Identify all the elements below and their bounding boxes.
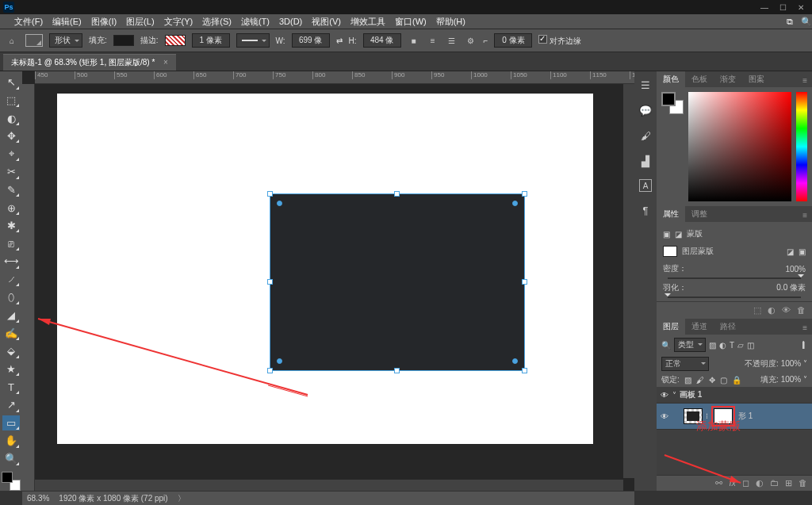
- fill-value[interactable]: 100%: [781, 375, 802, 384]
- tool-9[interactable]: ⎚: [2, 235, 20, 251]
- layer-artboard[interactable]: 👁 ˅ 画板 1: [657, 387, 812, 404]
- document-tab[interactable]: 未标题-1 @ 68.3% (矩形 1, 图层蒙版/8) * ×: [3, 54, 176, 71]
- invert-mask-icon[interactable]: ◐: [768, 305, 776, 316]
- corner-radius-handle[interactable]: [512, 358, 518, 364]
- path-ops-icon[interactable]: ■: [408, 34, 420, 47]
- shape-mode-select[interactable]: 形状: [49, 33, 82, 48]
- feather-value[interactable]: 0.0 像素: [776, 282, 806, 293]
- corner-radius-handle[interactable]: [277, 201, 282, 206]
- menu-file[interactable]: 文件(F): [14, 16, 43, 28]
- tool-3[interactable]: ✥: [2, 128, 20, 144]
- tool-7[interactable]: ⊕: [2, 200, 20, 216]
- tool-20[interactable]: ✋: [2, 433, 20, 449]
- paragraph-icon[interactable]: A: [639, 179, 652, 192]
- filter-shape-icon[interactable]: ▱: [737, 341, 744, 350]
- menu-view[interactable]: 视图(V): [312, 16, 341, 28]
- resize-handle[interactable]: [522, 279, 527, 285]
- close-button[interactable]: ✕: [798, 3, 804, 12]
- close-tab-icon[interactable]: ×: [163, 58, 168, 67]
- panel-menu-icon[interactable]: ≡: [798, 321, 812, 335]
- mask-vector-icon[interactable]: ◪: [675, 230, 682, 239]
- tool-5[interactable]: ✂: [2, 164, 20, 180]
- tool-8[interactable]: ✱: [2, 218, 20, 234]
- lock-all-icon[interactable]: 🔒: [732, 376, 741, 384]
- tab-adjustments[interactable]: 调整: [685, 206, 714, 222]
- clone-icon[interactable]: ▟: [638, 154, 653, 168]
- fill-swatch[interactable]: [113, 35, 134, 46]
- link-layers-icon[interactable]: ⚯: [715, 478, 722, 488]
- corner-radius-handle[interactable]: [277, 358, 282, 364]
- visibility-icon[interactable]: 👁: [660, 412, 669, 421]
- resize-handle[interactable]: [522, 368, 527, 373]
- tool-4[interactable]: ⌖: [2, 146, 20, 162]
- minimize-button[interactable]: —: [760, 3, 768, 12]
- home-icon[interactable]: ⌂: [5, 33, 19, 48]
- tab-pattern[interactable]: 图案: [742, 71, 771, 87]
- layer-name[interactable]: 画板 1: [680, 389, 702, 400]
- layer-fx-icon[interactable]: fx: [729, 478, 736, 488]
- history-icon[interactable]: ☰: [638, 78, 653, 92]
- menu-plugins[interactable]: 增效工具: [350, 16, 385, 28]
- tool-18[interactable]: ↗: [2, 397, 20, 413]
- corner-icon[interactable]: ⌐: [484, 36, 488, 45]
- feather-slider[interactable]: [668, 296, 801, 298]
- visibility-icon[interactable]: 👁: [660, 391, 669, 400]
- mask-from-sel-icon[interactable]: ⬚: [753, 305, 761, 316]
- gear-icon[interactable]: ⚙: [465, 34, 477, 47]
- fg-bg-swatch[interactable]: [661, 92, 684, 114]
- delete-layer-icon[interactable]: 🗑: [799, 478, 807, 488]
- resize-handle[interactable]: [267, 368, 273, 373]
- tab-gradient[interactable]: 渐变: [714, 71, 742, 87]
- resize-handle[interactable]: [267, 279, 273, 285]
- panel-menu-icon[interactable]: ≡: [798, 209, 812, 222]
- tool-17[interactable]: T: [2, 379, 20, 395]
- corner-radius-handle[interactable]: [512, 201, 518, 206]
- filter-smart-icon[interactable]: ◫: [747, 341, 754, 350]
- menu-help[interactable]: 帮助(H): [436, 16, 465, 28]
- menu-window[interactable]: 窗口(W): [395, 16, 427, 28]
- resize-handle[interactable]: [267, 191, 273, 197]
- search-icon[interactable]: 🔍: [801, 17, 812, 27]
- stroke-style-select[interactable]: [236, 33, 270, 48]
- mask-pixel-icon[interactable]: ▣: [663, 230, 670, 239]
- lock-paint-icon[interactable]: 🖌: [696, 376, 704, 384]
- tab-channels[interactable]: 通道: [685, 319, 714, 335]
- tool-15[interactable]: ⬙: [2, 343, 20, 359]
- add-mask-icon[interactable]: ◻: [742, 478, 749, 488]
- doc-info[interactable]: 1920 像素 x 1080 像素 (72 ppi): [59, 493, 167, 504]
- tool-0[interactable]: ↖: [2, 75, 20, 90]
- lock-artboard-icon[interactable]: ▢: [720, 376, 727, 384]
- tool-1[interactable]: ⬚: [2, 93, 20, 109]
- resize-handle[interactable]: [394, 191, 400, 197]
- color-field[interactable]: [688, 92, 791, 201]
- fg-bg-colors[interactable]: [2, 472, 21, 491]
- canvas-area[interactable]: 4505005506006507007508008509009501000105…: [22, 71, 634, 491]
- tool-2[interactable]: ◐: [2, 110, 20, 126]
- add-pixel-mask-icon[interactable]: ◪: [787, 247, 794, 256]
- zoom-level[interactable]: 68.3%: [27, 494, 49, 503]
- filter-pixel-icon[interactable]: ▨: [709, 341, 716, 350]
- menu-select[interactable]: 选择(S): [202, 16, 232, 28]
- width-field[interactable]: 699 像: [292, 33, 330, 48]
- selected-shape[interactable]: [270, 193, 525, 371]
- scrollbar-horizontal[interactable]: [35, 480, 623, 491]
- filter-type-icon[interactable]: T: [730, 341, 734, 350]
- comments-icon[interactable]: 💬: [638, 103, 653, 117]
- menu-3d[interactable]: 3D(D): [279, 17, 302, 26]
- tool-11[interactable]: ⟋: [2, 272, 20, 288]
- mask-thumb[interactable]: [663, 246, 677, 257]
- share-icon[interactable]: ⧉: [787, 17, 793, 27]
- layer-filter-kind[interactable]: 类型: [674, 338, 706, 352]
- tool-16[interactable]: ★: [2, 362, 20, 377]
- blend-mode-select[interactable]: 正常: [661, 357, 709, 371]
- align-icon[interactable]: ≡: [427, 34, 439, 47]
- link-wh-icon[interactable]: ⇄: [336, 36, 343, 45]
- scrollbar-vertical[interactable]: [623, 84, 634, 478]
- hue-slider[interactable]: [796, 92, 807, 201]
- maximize-button[interactable]: ☐: [779, 3, 787, 12]
- align-edges-checkbox[interactable]: [538, 35, 547, 44]
- resize-handle[interactable]: [522, 191, 527, 197]
- menu-edit[interactable]: 编辑(E): [52, 16, 82, 28]
- stroke-width-field[interactable]: 1 像素: [192, 33, 230, 48]
- tab-properties[interactable]: 属性: [657, 206, 685, 222]
